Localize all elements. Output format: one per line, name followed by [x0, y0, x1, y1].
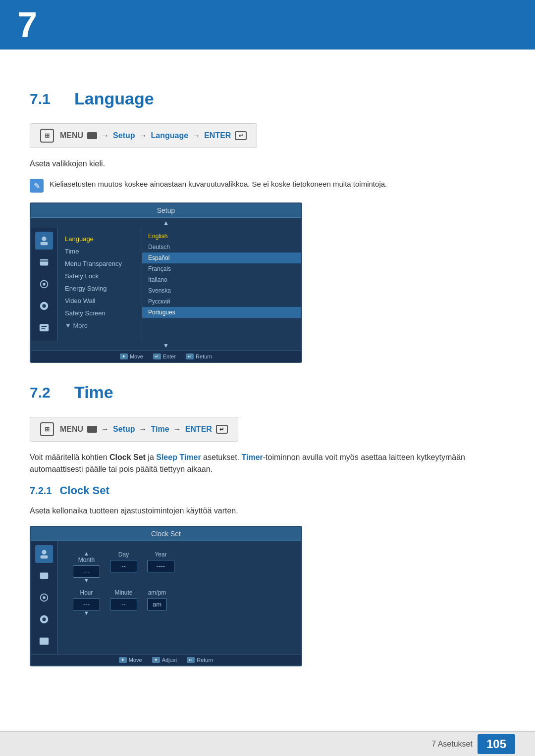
clock-screen-mockup: Clock Set — [30, 526, 302, 666]
arrow-71-3: → — [192, 131, 200, 140]
enter-icon-71b: ↵ — [153, 353, 161, 359]
lang-italiano: Italiano — [142, 274, 301, 285]
year-label: Year — [155, 551, 166, 558]
section-71-title: Language — [74, 89, 154, 108]
menu-label-71: MENU — [60, 131, 83, 140]
menu-icon-72: ⊞ — [40, 422, 54, 436]
setup-label-71: Setup — [113, 131, 135, 140]
clock-footer-move: ✦ Move — [119, 657, 142, 663]
chapter-title: Asetukset — [69, 13, 169, 37]
language-panel: English Deutsch Español Français Italian… — [142, 228, 301, 341]
clock-minute-field: Minute -- — [110, 589, 137, 610]
lang-english: English — [142, 231, 301, 242]
clock-ampm-field: am/pm am — [147, 589, 167, 610]
screen-body-71: Language Time Menu Transparency Safety L… — [31, 228, 301, 341]
lang-svenska: Svenska — [142, 285, 301, 296]
clock-sidebar-icon-4 — [35, 610, 53, 628]
menu-item-energysaving: Energy Saving — [58, 282, 142, 295]
section-721-heading: 7.2.1 Clock Set — [30, 484, 505, 497]
hour-label: Hour — [80, 589, 93, 596]
screen-footer-71: ✦ Move ↵ Enter ↩ Return — [31, 351, 301, 362]
clock-footer-adjust: ✦ Adjust — [152, 657, 177, 663]
section-71-heading: 7.1 Language — [30, 89, 505, 108]
sidebar-icon-1 — [35, 232, 53, 250]
section-72-title: Time — [74, 383, 113, 402]
menu-item-transparency: Menu Transparency — [58, 257, 142, 270]
move-icon-71: ✦ — [120, 353, 128, 359]
enter-label-71b: Enter — [163, 353, 176, 359]
clock-day-field: Day -- — [110, 551, 137, 572]
clock-year-field: Year ---- — [147, 551, 174, 572]
desc-71: Aseta valikkojen kieli. — [30, 158, 505, 170]
desc-721: Aseta kellonaika tuotteen ajastustoimint… — [30, 505, 505, 517]
clock-month-field: ▲ Month --- ▼ — [73, 551, 100, 583]
note-icon-71 — [30, 179, 44, 193]
minute-label: Minute — [114, 589, 132, 596]
svg-point-5 — [43, 283, 46, 286]
menu-item-safetylock: Safety Lock — [58, 270, 142, 282]
menu-item-videowall: Video Wall — [58, 295, 142, 307]
arrow-72-2: → — [139, 425, 147, 434]
lang-russian: Русский — [142, 296, 301, 307]
clock-move-label: Move — [129, 657, 142, 663]
desc-72-middle: ja — [146, 453, 156, 461]
screen-title-71: Setup — [31, 203, 301, 218]
page-footer: 7 Asetukset 105 — [0, 731, 535, 756]
clock-screen-footer: ✦ Move ✦ Adjust ↩ Return — [31, 654, 301, 665]
note-text-71: Kieliasetusten muutos koskee ainoastaan … — [50, 179, 387, 190]
footer-page-number: 105 — [478, 734, 515, 754]
menu-label-72: MENU — [60, 425, 83, 434]
section-72-heading: 7.2 Time — [30, 383, 505, 402]
month-value: --- — [73, 565, 100, 578]
clock-adjust-label: Adjust — [162, 657, 177, 663]
enter-icon-71: ↵ — [235, 131, 247, 140]
sidebar-icon-2 — [35, 253, 53, 271]
arrow-71-1: → — [101, 131, 109, 140]
enter-label-72: ENTER — [185, 425, 212, 434]
footer-move-71: ✦ Move — [120, 353, 143, 359]
arrow-72-1: → — [101, 425, 109, 434]
timer-ref: Timer — [242, 453, 263, 461]
svg-rect-10 — [42, 328, 45, 329]
menu-list-71: Language Time Menu Transparency Safety L… — [58, 228, 142, 341]
setup-label-72: Setup — [113, 425, 135, 434]
svg-rect-1 — [41, 242, 48, 245]
clock-sidebar-icon-5 — [35, 632, 53, 650]
lang-francais: Français — [142, 263, 301, 274]
svg-rect-13 — [40, 573, 49, 579]
ampm-value: am — [147, 598, 167, 610]
arrow-71-2: → — [139, 131, 147, 140]
footer-return-71: ↩ Return — [186, 353, 212, 359]
clock-return-label: Return — [197, 657, 213, 663]
clock-sidebar-icon-3 — [35, 589, 53, 606]
clock-adjust-icon: ✦ — [152, 657, 160, 663]
language-label-71: Language — [151, 131, 189, 140]
day-label: Day — [118, 551, 129, 558]
svg-point-0 — [42, 237, 46, 241]
clock-set-ref: Clock Set — [109, 453, 146, 461]
lang-portugues: Portugues — [142, 307, 301, 318]
time-label-72: Time — [151, 425, 169, 434]
menu-icon-71: ⊞ — [40, 129, 54, 143]
clock-screen-title: Clock Set — [31, 527, 301, 541]
scroll-down-71: ▼ — [31, 341, 301, 351]
svg-point-7 — [42, 304, 46, 307]
day-value: -- — [110, 560, 137, 572]
clock-sidebar — [31, 541, 58, 654]
svg-point-11 — [42, 550, 46, 554]
menu-item-time: Time — [58, 245, 142, 257]
month-arrow-down: ▼ — [84, 578, 89, 583]
scroll-up-71: ▲ — [31, 218, 301, 228]
clock-body: ▲ Month --- ▼ Day -- Year — [31, 541, 301, 654]
menu-path-71: ⊞ MENU → Setup → Language → ENTER ↵ — [30, 123, 257, 148]
clock-footer-return: ↩ Return — [187, 657, 213, 663]
section-721-title: Clock Set — [59, 484, 109, 497]
section-72-number: 7.2 — [30, 384, 64, 401]
section-721-number: 7.2.1 — [30, 485, 52, 497]
ampm-label: am/pm — [148, 589, 166, 596]
clock-return-icon: ↩ — [187, 657, 195, 663]
hour-arrow-down: ▼ — [84, 610, 89, 616]
clock-row-2: Hour --- ▼ Minute -- am/pm am — [73, 589, 167, 616]
svg-point-17 — [42, 617, 46, 621]
page-header: 7 Asetukset — [0, 0, 535, 50]
